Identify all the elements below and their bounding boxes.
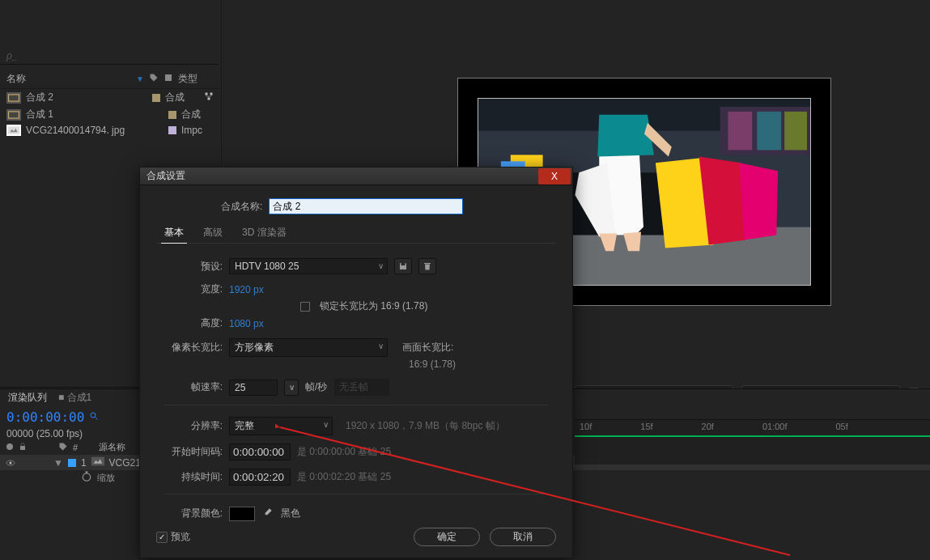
- svg-rect-35: [91, 457, 104, 466]
- resolution-label: 分辨率:: [164, 419, 223, 433]
- eyedropper-button[interactable]: [261, 506, 274, 521]
- resolution-select[interactable]: 完整∨: [229, 417, 333, 435]
- preview-label: 预览: [171, 530, 190, 544]
- twirl-icon[interactable]: ▼: [53, 457, 63, 469]
- bg-color-name: 黑色: [281, 507, 300, 520]
- tick: 20f: [702, 422, 714, 431]
- svg-rect-25: [784, 112, 807, 151]
- fps-select[interactable]: 25: [229, 380, 278, 396]
- project-columns-header: 名称 ▼ 类型: [0, 70, 220, 89]
- start-timecode-label: 开始时间码:: [164, 445, 223, 459]
- current-timecode[interactable]: 0:00:00:00: [6, 409, 84, 425]
- delete-preset-button[interactable]: [418, 258, 436, 274]
- item-label-swatch[interactable]: [152, 94, 160, 102]
- image-thumb-icon: [6, 125, 21, 136]
- layer-label-swatch[interactable]: [68, 459, 76, 467]
- preset-label: 预设:: [164, 260, 223, 274]
- comp-name-label: 合成名称:: [221, 200, 262, 214]
- column-type[interactable]: 类型: [178, 72, 210, 86]
- width-value[interactable]: 1920 px: [229, 284, 264, 295]
- svg-point-31: [6, 443, 13, 450]
- timecode-search-icon[interactable]: [89, 411, 99, 423]
- tick: 01:00f: [762, 422, 788, 431]
- flowchart-icon[interactable]: [202, 91, 214, 104]
- column-name[interactable]: 名称: [6, 72, 136, 86]
- dialog-titlebar[interactable]: 合成设置 X: [140, 168, 572, 185]
- fps-unit-label: 帧/秒: [305, 380, 327, 394]
- separator: [164, 405, 548, 405]
- item-type: Impc: [181, 125, 214, 136]
- dialog-footer: ✓ 预览 确定 取消: [140, 528, 572, 546]
- start-timecode-input[interactable]: [229, 443, 291, 460]
- svg-rect-32: [20, 446, 25, 450]
- svg-marker-19: [739, 163, 778, 240]
- tab-advanced[interactable]: 高级: [203, 226, 223, 240]
- label-icon[interactable]: [163, 73, 173, 85]
- close-button[interactable]: X: [538, 168, 571, 185]
- tab-3d-renderer[interactable]: 3D 渲染器: [242, 226, 287, 240]
- work-area-bar[interactable]: [575, 435, 930, 437]
- height-value[interactable]: 1080 px: [229, 318, 264, 329]
- svg-rect-2: [9, 95, 19, 100]
- ok-button[interactable]: 确定: [414, 528, 480, 546]
- project-search-input[interactable]: ρ_: [6, 50, 18, 62]
- tick: 05f: [835, 422, 847, 431]
- frame-aspect-value: 16:9 (1.78): [409, 358, 456, 370]
- svg-point-34: [10, 461, 12, 464]
- render-queue-tab[interactable]: 渲染队列: [8, 391, 47, 405]
- visibility-toggle[interactable]: [5, 457, 16, 469]
- duration-input[interactable]: [229, 469, 291, 486]
- property-name: 缩放: [97, 472, 115, 484]
- par-select[interactable]: 方形像素∨: [229, 338, 388, 357]
- lock-aspect-checkbox[interactable]: [300, 302, 310, 312]
- preview-checkbox[interactable]: ✓: [156, 532, 168, 543]
- svg-point-30: [91, 413, 96, 418]
- save-preset-button[interactable]: [394, 258, 412, 274]
- duration-label: 持续时间:: [164, 470, 223, 484]
- item-type: 合成: [165, 91, 197, 104]
- time-ruler[interactable]: 10f 15f 20f 01:00f 05f: [575, 420, 930, 433]
- footage-icon: [91, 456, 104, 469]
- item-label-swatch[interactable]: [168, 126, 176, 134]
- composition-tab[interactable]: ■ 合成1: [58, 391, 91, 405]
- layer-number: 1: [81, 457, 87, 469]
- svg-rect-0: [165, 74, 172, 81]
- sort-indicator-icon[interactable]: ▼: [136, 74, 144, 83]
- item-name: 合成 2: [26, 91, 53, 104]
- cancel-button[interactable]: 取消: [490, 528, 556, 546]
- item-name: 合成 1: [26, 108, 53, 121]
- svg-point-37: [83, 473, 90, 481]
- tick: 10f: [580, 422, 592, 431]
- av-toggle-icon[interactable]: [5, 442, 15, 453]
- comp-thumb-icon: [6, 92, 21, 104]
- item-label-swatch[interactable]: [168, 111, 176, 119]
- tick: 15f: [640, 422, 652, 431]
- preset-select[interactable]: HDTV 1080 25∨: [229, 258, 388, 274]
- project-item-comp1[interactable]: 合成 1 合成: [0, 106, 220, 123]
- svg-rect-7: [9, 112, 19, 117]
- layer-number-col: #: [73, 443, 78, 452]
- timeline-ruler-area[interactable]: 10f 15f 20f 01:00f 05f: [575, 419, 930, 465]
- label-toggle-icon[interactable]: [58, 442, 68, 453]
- project-panel: 名称 ▼ 类型 合成 2 合成 合成 1 合成 VCG21400014794. …: [0, 70, 220, 138]
- separator: [164, 494, 548, 494]
- dialog-title: 合成设置: [147, 169, 185, 183]
- svg-rect-3: [206, 93, 208, 95]
- project-item-comp2[interactable]: 合成 2 合成: [0, 89, 220, 106]
- tab-basic[interactable]: 基本: [164, 226, 184, 240]
- stopwatch-icon[interactable]: [81, 471, 92, 484]
- svg-rect-8: [8, 126, 19, 134]
- tag-icon[interactable]: [149, 73, 159, 85]
- duration-info: 是 0:00:02:20 基础 25: [297, 470, 391, 484]
- resolution-info: 1920 x 1080，7.9 MB（每 8bpc 帧）: [346, 419, 505, 433]
- frame-aspect-label: 画面长宽比:: [402, 341, 453, 354]
- fps-dropdown-button[interactable]: ∨: [284, 380, 299, 396]
- width-label: 宽度:: [164, 282, 223, 296]
- bg-color-swatch[interactable]: [229, 507, 255, 521]
- layer-source-col: 源名称: [99, 441, 125, 453]
- lock-toggle-icon[interactable]: [18, 442, 28, 453]
- comp-name-input[interactable]: [269, 198, 463, 214]
- project-item-image[interactable]: VCG21400014794. jpg Impc: [0, 123, 220, 138]
- svg-rect-24: [757, 112, 781, 151]
- svg-rect-4: [210, 93, 213, 95]
